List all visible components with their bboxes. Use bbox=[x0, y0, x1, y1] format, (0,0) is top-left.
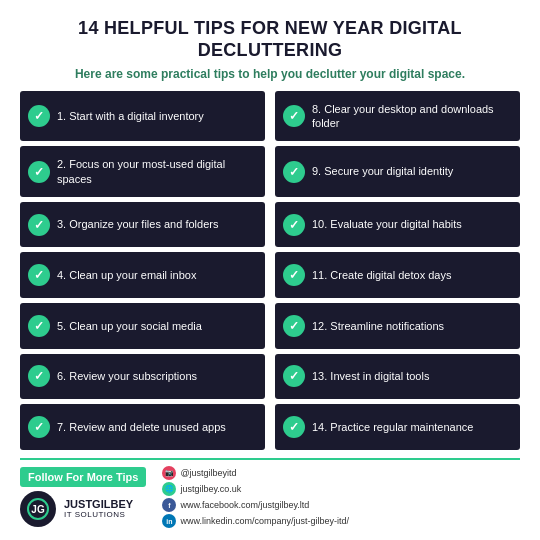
social-label: www.linkedin.com/company/just-gilbey-itd… bbox=[180, 516, 349, 526]
tip-item: ✓ 3. Organize your files and folders bbox=[20, 202, 265, 248]
follow-label: Follow For More Tips bbox=[20, 467, 146, 487]
brand: JG JUSTGILBEY IT SOLUTIONS bbox=[20, 491, 138, 527]
check-icon: ✓ bbox=[28, 365, 50, 387]
tip-item: ✓ 8. Clear your desktop and downloads fo… bbox=[275, 91, 520, 141]
tip-text: 12. Streamline notifications bbox=[312, 319, 444, 333]
check-icon: ✓ bbox=[283, 365, 305, 387]
check-icon: ✓ bbox=[28, 214, 50, 236]
brand-sub: IT SOLUTIONS bbox=[64, 510, 133, 519]
tip-text: 1. Start with a digital inventory bbox=[57, 109, 204, 123]
tip-text: 3. Organize your files and folders bbox=[57, 217, 218, 231]
check-icon: ✓ bbox=[28, 315, 50, 337]
social-row: 🌐 justgilbey.co.uk bbox=[162, 482, 349, 496]
tip-item: ✓ 4. Clean up your email inbox bbox=[20, 252, 265, 298]
li-icon: in bbox=[162, 514, 176, 528]
tip-text: 7. Review and delete unused apps bbox=[57, 420, 226, 434]
tip-item: ✓ 6. Review your subscriptions bbox=[20, 354, 265, 400]
brand-text: JUSTGILBEY IT SOLUTIONS bbox=[64, 499, 133, 519]
tip-text: 6. Review your subscriptions bbox=[57, 369, 197, 383]
tip-item: ✓ 13. Invest in digital tools bbox=[275, 354, 520, 400]
tip-item: ✓ 9. Secure your digital identity bbox=[275, 146, 520, 196]
social-label: justgilbey.co.uk bbox=[180, 484, 241, 494]
social-links: 📷 @justgilbeyitd 🌐 justgilbey.co.uk f ww… bbox=[162, 466, 349, 528]
footer: Follow For More Tips JG JUSTGILBEY IT SO… bbox=[20, 458, 520, 528]
tip-text: 4. Clean up your email inbox bbox=[57, 268, 196, 282]
brand-name: JUSTGILBEY bbox=[64, 499, 133, 510]
social-row: in www.linkedin.com/company/just-gilbey-… bbox=[162, 514, 349, 528]
tip-item: ✓ 12. Streamline notifications bbox=[275, 303, 520, 349]
social-row: 📷 @justgilbeyitd bbox=[162, 466, 349, 480]
tip-item: ✓ 2. Focus on your most-used digital spa… bbox=[20, 146, 265, 196]
check-icon: ✓ bbox=[283, 214, 305, 236]
check-icon: ✓ bbox=[28, 105, 50, 127]
tip-item: ✓ 7. Review and delete unused apps bbox=[20, 404, 265, 450]
check-icon: ✓ bbox=[283, 315, 305, 337]
check-icon: ✓ bbox=[283, 105, 305, 127]
web-icon: 🌐 bbox=[162, 482, 176, 496]
check-icon: ✓ bbox=[28, 264, 50, 286]
fb-icon: f bbox=[162, 498, 176, 512]
check-icon: ✓ bbox=[283, 161, 305, 183]
check-icon: ✓ bbox=[28, 416, 50, 438]
tip-item: ✓ 1. Start with a digital inventory bbox=[20, 91, 265, 141]
subtitle: Here are some practical tips to help you… bbox=[20, 67, 520, 81]
ig-icon: 📷 bbox=[162, 466, 176, 480]
tip-text: 13. Invest in digital tools bbox=[312, 369, 429, 383]
social-label: @justgilbeyitd bbox=[180, 468, 236, 478]
page-container: 14 HELPFUL TIPS FOR NEW YEAR DIGITAL DEC… bbox=[0, 0, 540, 540]
tip-item: ✓ 10. Evaluate your digital habits bbox=[275, 202, 520, 248]
tip-item: ✓ 5. Clean up your social media bbox=[20, 303, 265, 349]
social-label: www.facebook.com/justgilbey.ltd bbox=[180, 500, 309, 510]
svg-text:JG: JG bbox=[31, 504, 45, 515]
brand-logo: JG bbox=[20, 491, 56, 527]
tips-grid: ✓ 1. Start with a digital inventory ✓ 8.… bbox=[20, 91, 520, 450]
tip-item: ✓ 14. Practice regular maintenance bbox=[275, 404, 520, 450]
social-row: f www.facebook.com/justgilbey.ltd bbox=[162, 498, 349, 512]
tip-text: 9. Secure your digital identity bbox=[312, 164, 453, 178]
tip-text: 8. Clear your desktop and downloads fold… bbox=[312, 102, 512, 131]
main-title: 14 HELPFUL TIPS FOR NEW YEAR DIGITAL DEC… bbox=[20, 18, 520, 61]
check-icon: ✓ bbox=[283, 264, 305, 286]
check-icon: ✓ bbox=[283, 416, 305, 438]
tip-text: 10. Evaluate your digital habits bbox=[312, 217, 462, 231]
tip-text: 5. Clean up your social media bbox=[57, 319, 202, 333]
tip-text: 11. Create digital detox days bbox=[312, 268, 451, 282]
tip-text: 14. Practice regular maintenance bbox=[312, 420, 473, 434]
tip-item: ✓ 11. Create digital detox days bbox=[275, 252, 520, 298]
check-icon: ✓ bbox=[28, 161, 50, 183]
tip-text: 2. Focus on your most-used digital space… bbox=[57, 157, 257, 186]
